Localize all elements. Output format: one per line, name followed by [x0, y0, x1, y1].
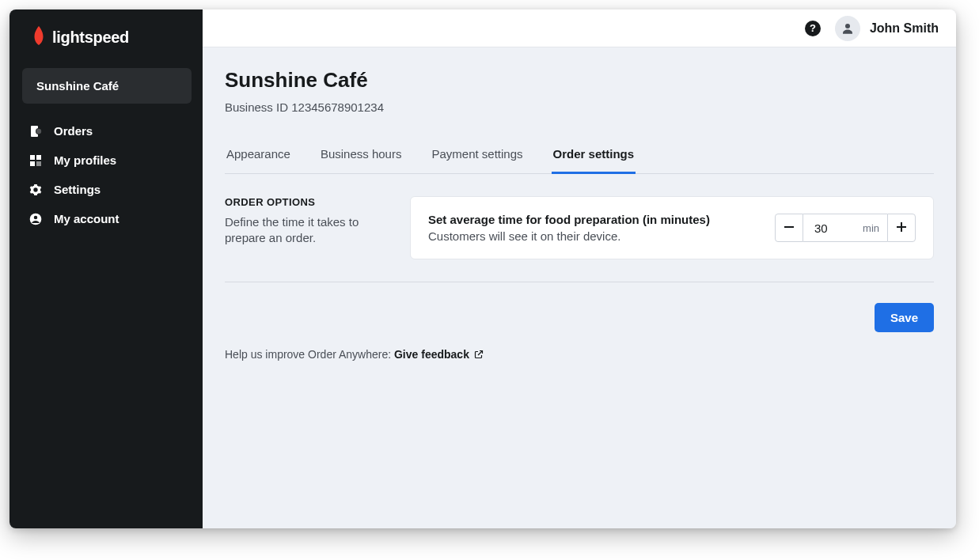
- grid-icon: [28, 154, 43, 167]
- tab-business-hours[interactable]: Business hours: [319, 147, 404, 174]
- prep-time-unit: min: [863, 222, 879, 234]
- section-description: Define the time it takes to prepare an o…: [225, 214, 391, 247]
- brand-logo: lightspeed: [9, 21, 203, 63]
- actions-row: Save: [225, 303, 934, 332]
- receipt-icon: [28, 125, 43, 138]
- sidebar: lightspeed Sunshine Café Orders My profi…: [9, 9, 203, 528]
- plus-icon: [896, 221, 907, 235]
- tab-appearance[interactable]: Appearance: [225, 147, 292, 174]
- sidebar-item-label: Settings: [54, 183, 101, 196]
- avatar-icon: [835, 16, 860, 41]
- sidebar-item-label: Orders: [54, 124, 93, 138]
- user-name: John Smith: [870, 21, 939, 36]
- brand-name: lightspeed: [52, 28, 129, 47]
- tab-order-settings[interactable]: Order settings: [552, 147, 636, 174]
- feedback-row: Help us improve Order Anywhere: Give fee…: [225, 348, 934, 361]
- business-id: Business ID 12345678901234: [225, 100, 934, 114]
- sidebar-item-my-profiles[interactable]: My profiles: [16, 146, 196, 175]
- user-circle-icon: [28, 213, 43, 225]
- save-button[interactable]: Save: [875, 303, 934, 332]
- section-title: ORDER OPTIONS: [225, 196, 391, 208]
- prep-time-input[interactable]: [814, 221, 851, 235]
- feedback-prefix: Help us improve Order Anywhere:: [225, 348, 394, 361]
- app-window: lightspeed Sunshine Café Orders My profi…: [9, 9, 956, 528]
- prep-time-card: Set average time for food preparation (i…: [410, 196, 934, 259]
- gear-icon: [28, 184, 43, 196]
- prep-time-field: min: [803, 214, 887, 242]
- business-name: Sunshine Café: [36, 79, 119, 93]
- svg-rect-4: [36, 155, 41, 160]
- main-area: ? John Smith Sunshine Café Business ID 1…: [203, 9, 956, 528]
- svg-rect-10: [784, 226, 794, 228]
- user-menu[interactable]: John Smith: [835, 16, 939, 41]
- svg-rect-6: [36, 161, 41, 166]
- business-selector[interactable]: Sunshine Café: [22, 68, 192, 104]
- svg-point-8: [34, 215, 38, 219]
- page-title: Sunshine Café: [225, 68, 934, 93]
- content: Sunshine Café Business ID 12345678901234…: [203, 47, 956, 528]
- tabs: Appearance Business hours Payment settin…: [225, 147, 934, 174]
- sidebar-item-orders[interactable]: Orders: [16, 116, 196, 146]
- section-left: ORDER OPTIONS Define the time it takes t…: [225, 196, 391, 259]
- minus-icon: [784, 221, 795, 235]
- flame-icon: [30, 25, 47, 49]
- sidebar-item-settings[interactable]: Settings: [16, 175, 196, 204]
- svg-point-2: [36, 128, 41, 133]
- sidebar-nav: Orders My profiles Settings My account: [9, 115, 203, 235]
- external-link-icon: [474, 349, 484, 361]
- card-title: Set average time for food preparation (i…: [428, 213, 710, 226]
- tab-payment-settings[interactable]: Payment settings: [430, 147, 524, 174]
- prep-time-stepper: min: [775, 214, 916, 242]
- svg-rect-5: [30, 161, 35, 166]
- help-icon[interactable]: ?: [805, 21, 821, 36]
- give-feedback-link[interactable]: Give feedback: [394, 348, 484, 361]
- decrement-button[interactable]: [775, 214, 803, 242]
- card-description: Customers will see it on their device.: [428, 229, 710, 243]
- sidebar-item-my-account[interactable]: My account: [16, 204, 196, 233]
- increment-button[interactable]: [887, 214, 916, 242]
- svg-rect-3: [30, 155, 35, 160]
- card-text: Set average time for food preparation (i…: [428, 213, 710, 243]
- svg-rect-12: [901, 222, 902, 232]
- sidebar-item-label: My profiles: [54, 153, 116, 167]
- topbar: ? John Smith: [203, 9, 956, 47]
- svg-point-9: [845, 24, 850, 28]
- sidebar-item-label: My account: [54, 212, 120, 225]
- order-options-section: ORDER OPTIONS Define the time it takes t…: [225, 196, 934, 282]
